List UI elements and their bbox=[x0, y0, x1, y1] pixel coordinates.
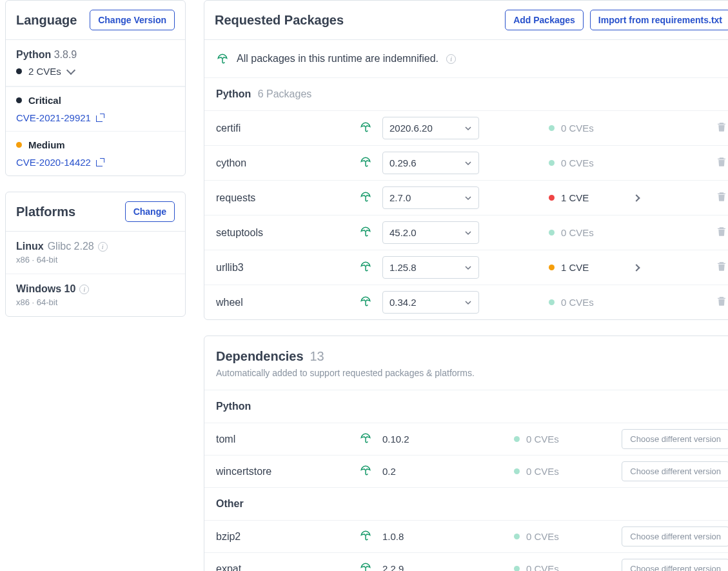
dependency-row: bzip2 1.0.8 0 CVEs Choose different vers… bbox=[204, 520, 728, 552]
info-icon[interactable]: i bbox=[98, 242, 108, 252]
package-row: urllib3 1.25.8 1 CVE bbox=[204, 250, 728, 285]
info-icon[interactable]: i bbox=[79, 285, 89, 294]
change-platforms-button[interactable]: Change bbox=[125, 201, 175, 222]
umbrella-icon bbox=[359, 562, 372, 571]
cve-count-text: 0 CVEs bbox=[526, 531, 559, 542]
version-select[interactable]: 0.29.6 bbox=[382, 152, 479, 174]
package-name: wheel bbox=[216, 297, 351, 308]
info-icon[interactable]: i bbox=[446, 54, 456, 64]
cve-summary-toggle[interactable]: 2 CVEs bbox=[16, 66, 175, 77]
version-select[interactable]: 0.34.2 bbox=[382, 291, 479, 314]
choose-version-button[interactable]: Choose different version bbox=[622, 559, 728, 571]
platforms-card: Platforms Change Linux Glibc 2.28 i x86 … bbox=[5, 192, 186, 317]
cve-count-text: 0 CVEs bbox=[561, 227, 594, 238]
version-select[interactable]: 45.2.0 bbox=[382, 221, 479, 244]
cve-dot-icon bbox=[549, 230, 555, 235]
package-group-header: Python 6 Packages bbox=[204, 78, 728, 110]
severity-level: Medium bbox=[28, 139, 65, 150]
dependencies-card: Dependencies 13 Automatically added to s… bbox=[204, 336, 728, 571]
dependency-version: 0.10.2 bbox=[382, 434, 479, 445]
package-cve-status[interactable]: 1 CVE bbox=[549, 192, 626, 203]
version-select[interactable]: 2.7.0 bbox=[382, 186, 479, 209]
umbrella-icon bbox=[359, 261, 372, 272]
delete-package-button[interactable] bbox=[716, 121, 728, 135]
package-name: cython bbox=[216, 157, 351, 169]
package-cve-status: 0 CVEs bbox=[549, 123, 626, 134]
chevron-right-icon bbox=[633, 194, 640, 201]
umbrella-icon bbox=[359, 296, 372, 307]
cve-id: CVE-2021-29921 bbox=[16, 112, 91, 123]
change-version-button[interactable]: Change Version bbox=[90, 10, 175, 30]
dependency-cve-status: 0 CVEs bbox=[514, 531, 591, 542]
dependency-version: 0.2 bbox=[382, 466, 479, 477]
packages-card: Requested Packages Add Packages Import f… bbox=[204, 0, 728, 320]
cve-dot-icon bbox=[514, 468, 520, 474]
version-select[interactable]: 2020.6.20 bbox=[382, 117, 479, 139]
cve-count-text: 0 CVEs bbox=[526, 563, 559, 571]
cve-dot-icon bbox=[514, 534, 520, 539]
platform-detail: Glibc 2.28 bbox=[48, 241, 94, 252]
package-name: setuptools bbox=[216, 227, 351, 239]
dependency-row: toml 0.10.2 0 CVEs Choose different vers… bbox=[204, 423, 728, 455]
package-name: certifi bbox=[216, 123, 351, 134]
package-row: cython 0.29.6 0 CVEs bbox=[204, 145, 728, 180]
cve-dot-icon bbox=[514, 436, 520, 442]
delete-package-button[interactable] bbox=[716, 226, 728, 239]
import-requirements-button[interactable]: Import from requirements.txt bbox=[590, 10, 728, 30]
choose-version-button[interactable]: Choose different version bbox=[622, 429, 728, 449]
language-card: Language Change Version Python 3.8.9 2 C… bbox=[5, 0, 186, 176]
delete-package-button[interactable] bbox=[716, 156, 728, 170]
cve-count-text: 1 CVE bbox=[561, 262, 589, 273]
cve-link[interactable]: CVE-2020-14422 bbox=[16, 157, 104, 168]
dependencies-subtitle: Automatically added to support requested… bbox=[216, 368, 728, 378]
delete-package-button[interactable] bbox=[716, 191, 728, 205]
umbrella-icon bbox=[359, 121, 372, 133]
package-name: requests bbox=[216, 192, 351, 204]
version-select[interactable]: 1.25.8 bbox=[382, 256, 479, 279]
choose-version-button[interactable]: Choose different version bbox=[622, 461, 728, 481]
package-name: urllib3 bbox=[216, 262, 351, 274]
dependency-row: wincertstore 0.2 0 CVEs Choose different… bbox=[204, 455, 728, 487]
dependency-cve-status: 0 CVEs bbox=[514, 563, 591, 571]
external-link-icon bbox=[96, 159, 104, 166]
choose-version-button[interactable]: Choose different version bbox=[622, 526, 728, 546]
dependency-name: wincertstore bbox=[216, 466, 351, 477]
cve-dot-icon bbox=[514, 566, 520, 571]
language-name: Python bbox=[16, 49, 51, 60]
package-cve-status[interactable]: 1 CVE bbox=[549, 262, 626, 273]
package-group-count: 6 Packages bbox=[258, 88, 312, 99]
cve-link[interactable]: CVE-2021-29921 bbox=[16, 112, 104, 123]
cve-dot-icon bbox=[549, 125, 555, 131]
dependency-version: 2.2.9 bbox=[382, 563, 479, 571]
severity-dot-icon bbox=[16, 97, 22, 103]
dependencies-title: Dependencies bbox=[216, 349, 304, 363]
platform-arch: x86 · 64-bit bbox=[16, 297, 175, 307]
umbrella-icon bbox=[359, 530, 372, 541]
package-row: wheel 0.34.2 0 CVEs bbox=[204, 285, 728, 319]
delete-package-button[interactable] bbox=[716, 296, 728, 309]
add-packages-button[interactable]: Add Packages bbox=[505, 10, 584, 30]
severity-level: Critical bbox=[28, 95, 61, 106]
packages-title: Requested Packages bbox=[215, 13, 344, 28]
dependency-version: 1.0.8 bbox=[382, 531, 479, 542]
umbrella-icon bbox=[359, 226, 372, 237]
package-cve-status: 0 CVEs bbox=[549, 297, 626, 308]
package-cve-status: 0 CVEs bbox=[549, 227, 626, 238]
dependency-row: expat 2.2.9 0 CVEs Choose different vers… bbox=[204, 552, 728, 571]
dependency-name: expat bbox=[216, 563, 351, 572]
cve-count-text: 0 CVEs bbox=[526, 434, 559, 445]
delete-package-button[interactable] bbox=[716, 261, 728, 274]
platform-name: Linux bbox=[16, 241, 44, 252]
cve-count-text: 1 CVE bbox=[561, 192, 589, 203]
package-group-label: Python bbox=[216, 88, 251, 99]
package-row: setuptools 45.2.0 0 CVEs bbox=[204, 215, 728, 250]
banner-text: All packages in this runtime are indemni… bbox=[237, 53, 438, 65]
severity-dot-icon bbox=[16, 68, 22, 74]
dependency-cve-status: 0 CVEs bbox=[514, 466, 591, 477]
cve-dot-icon bbox=[549, 195, 555, 201]
cve-count-text: 0 CVEs bbox=[526, 466, 559, 477]
package-row: requests 2.7.0 1 CVE bbox=[204, 180, 728, 215]
umbrella-icon bbox=[359, 432, 372, 444]
external-link-icon bbox=[96, 114, 104, 122]
platform-name: Windows 10 bbox=[16, 283, 75, 295]
